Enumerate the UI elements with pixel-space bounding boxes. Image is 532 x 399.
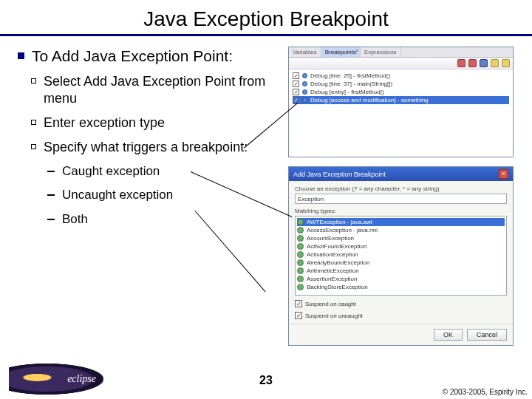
- class-icon: [297, 235, 304, 242]
- add-exception-icon[interactable]: [491, 59, 499, 67]
- match-label: AlreadyBoundException: [307, 259, 369, 266]
- close-icon[interactable]: ×: [499, 169, 508, 179]
- matches-list[interactable]: AWTException - java.awt AccessException …: [295, 216, 507, 296]
- menu-icon[interactable]: [502, 59, 510, 67]
- class-icon: [297, 267, 304, 274]
- dialog-prompt: Choose an exception (? = any character, …: [295, 185, 507, 192]
- tab-label: Breakpoints: [325, 49, 356, 55]
- text-column: To Add Java Exception Point: Select Add …: [18, 47, 284, 355]
- bullet-hollow-icon: [31, 144, 36, 149]
- eclipse-logo: eclipse: [9, 364, 103, 395]
- list-item[interactable]: ✓Debug [access and modification] - somet…: [293, 96, 509, 104]
- tab-expressions[interactable]: Expressions: [361, 47, 401, 57]
- copyright-text: © 2003-2005, Espirity Inc.: [443, 388, 528, 396]
- checkbox-label: Suspend on caught: [305, 301, 356, 307]
- suspend-uncaught-row: ✓Suspend on uncaught: [295, 312, 507, 319]
- checkbox-icon[interactable]: ✓: [295, 312, 302, 319]
- bullet-hollow-icon: [31, 78, 36, 83]
- dialog-buttons: OK Cancel: [289, 324, 513, 345]
- bullet-dash-icon: [47, 171, 55, 172]
- trigger-text: Both: [62, 211, 88, 228]
- dialog-title: Add Java Exception Breakpoint: [293, 171, 386, 178]
- match-label: AccountException: [307, 235, 354, 242]
- class-icon: [297, 284, 304, 290]
- tab-variables[interactable]: Variables: [289, 47, 321, 57]
- trigger-text: Uncaught exception: [62, 187, 173, 203]
- breakpoint-label: Debug [line: 37] - main(String[]): [310, 81, 392, 87]
- cancel-button[interactable]: Cancel: [467, 329, 507, 341]
- checkbox-icon[interactable]: ✓: [293, 97, 299, 103]
- breakpoint-label: Debug [entry] - firstMethod(): [310, 89, 384, 95]
- title-rule: [0, 34, 532, 36]
- checkbox-icon[interactable]: ✓: [293, 81, 299, 87]
- checkbox-icon[interactable]: ✓: [293, 89, 299, 95]
- match-label: AccessException - java.rmi: [307, 227, 378, 233]
- step-text: Select Add Java Exception Point from men…: [44, 73, 284, 107]
- match-label: BackingStoreException: [307, 284, 368, 290]
- breakpoints-list: ✓Debug [line: 25] - firstMethod() ✓Debug…: [289, 69, 513, 106]
- ok-button[interactable]: OK: [434, 329, 463, 341]
- match-label: AclNotFoundException: [307, 243, 366, 250]
- list-item[interactable]: ActivationException: [297, 250, 505, 259]
- list-item[interactable]: AlreadyBoundException: [297, 259, 505, 267]
- breakpoint-label: Debug [line: 25] - firstMethod(): [310, 72, 390, 79]
- bullet-dash-icon: [47, 194, 55, 196]
- remove-all-icon[interactable]: [468, 59, 477, 67]
- trigger-text: Caught exception: [62, 163, 160, 180]
- breakpoint-icon: [302, 89, 307, 95]
- breakpoint-icon: [302, 98, 307, 103]
- match-label: AWTException - java.awt: [307, 219, 372, 225]
- list-item[interactable]: ArithmeticException: [297, 267, 505, 275]
- breakpoints-toolbar: [289, 58, 513, 69]
- class-icon: [297, 251, 304, 258]
- class-icon: [297, 259, 304, 266]
- add-exception-dialog-screenshot: Add Java Exception Breakpoint × Choose a…: [288, 166, 514, 346]
- close-icon[interactable]: ×: [355, 48, 358, 53]
- list-item[interactable]: AccountException: [297, 234, 505, 242]
- list-item[interactable]: BackingStoreException: [297, 283, 505, 291]
- slide-footer: eclipse 23 © 2003-2005, Espirity Inc.: [0, 356, 532, 399]
- suspend-caught-row: ✓Suspend on caught: [295, 300, 507, 307]
- matches-label: Matching types:: [295, 208, 507, 214]
- checkbox-label: Suspend on uncaught: [305, 313, 363, 319]
- checkbox-icon[interactable]: ✓: [295, 300, 302, 307]
- step-text: Enter exception type: [44, 115, 165, 132]
- breakpoints-view-screenshot: Variables Breakpoints× Expressions ✓Debu…: [288, 47, 514, 157]
- list-item[interactable]: AclNotFoundException: [297, 242, 505, 250]
- dialog-titlebar: Add Java Exception Breakpoint ×: [289, 167, 513, 181]
- breakpoint-icon: [302, 81, 307, 86]
- bullet-square-icon: [18, 52, 24, 59]
- class-icon: [297, 227, 304, 233]
- breakpoint-icon: [302, 73, 307, 78]
- list-item[interactable]: AWTException - java.awt: [297, 218, 505, 226]
- goto-icon[interactable]: [480, 59, 488, 67]
- checkbox-icon[interactable]: ✓: [293, 72, 299, 79]
- tab-breakpoints[interactable]: Breakpoints×: [321, 47, 361, 57]
- match-label: ActivationException: [307, 251, 358, 258]
- step-text: Specify what triggers a breakpoint:: [44, 139, 248, 156]
- slide-title: Java Exception Breakpoint: [0, 0, 532, 34]
- list-item[interactable]: ✓Debug [line: 37] - main(String[]): [293, 80, 509, 88]
- screenshot-column: Variables Breakpoints× Expressions ✓Debu…: [284, 47, 526, 355]
- bullet-dash-icon: [47, 219, 55, 220]
- match-label: ArithmeticException: [307, 267, 359, 274]
- list-item[interactable]: AssertionException: [297, 275, 505, 283]
- exception-type-input[interactable]: Exception: [295, 194, 507, 204]
- match-label: AssertionException: [307, 276, 357, 282]
- list-item[interactable]: ✓Debug [line: 25] - firstMethod(): [293, 72, 509, 80]
- breakpoint-label: Debug [access and modification] - someth…: [310, 97, 429, 103]
- view-tabs: Variables Breakpoints× Expressions: [289, 47, 513, 58]
- page-number: 23: [259, 374, 273, 387]
- section-heading: To Add Java Exception Point:: [32, 47, 233, 66]
- bullet-hollow-icon: [31, 120, 36, 125]
- class-icon: [297, 219, 304, 225]
- remove-icon[interactable]: [457, 59, 466, 67]
- list-item[interactable]: ✓Debug [entry] - firstMethod(): [293, 88, 509, 96]
- class-icon: [297, 276, 304, 282]
- list-item[interactable]: AccessException - java.rmi: [297, 226, 505, 234]
- class-icon: [297, 243, 304, 250]
